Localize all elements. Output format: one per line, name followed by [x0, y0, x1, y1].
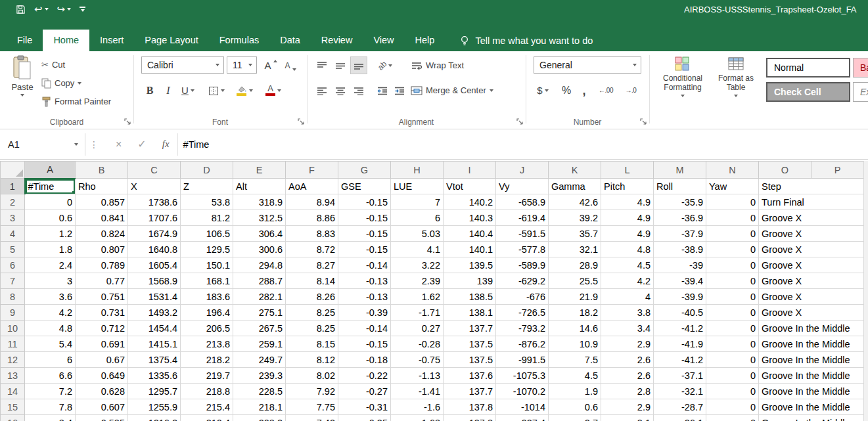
cell-B8[interactable]: 0.751 [76, 289, 128, 305]
cell-C1[interactable]: X [128, 179, 181, 194]
cell-B3[interactable]: 0.841 [76, 210, 128, 226]
cell-G8[interactable]: -0.13 [338, 289, 391, 305]
row-header-11[interactable]: 11 [1, 336, 25, 352]
cell-M4[interactable]: -37.9 [654, 226, 706, 242]
alignment-dialog-launcher[interactable] [516, 118, 524, 125]
cell-P2[interactable] [811, 194, 864, 210]
cell-J1[interactable]: Vy [496, 179, 549, 194]
cell-L7[interactable]: 4.2 [601, 273, 654, 289]
cell-B13[interactable]: 0.649 [76, 368, 128, 384]
name-box-dropdown-icon[interactable] [74, 143, 78, 146]
cell-N5[interactable]: 0 [706, 242, 759, 257]
cell-J9[interactable]: -726.5 [496, 305, 549, 321]
tab-review[interactable]: Review [311, 30, 363, 51]
column-header-O[interactable]: O [759, 162, 811, 179]
cell-B7[interactable]: 0.77 [76, 273, 128, 289]
cell-G2[interactable]: -0.15 [338, 194, 391, 210]
cell-I13[interactable]: 137.6 [444, 368, 496, 384]
column-header-M[interactable]: M [654, 162, 706, 179]
cell-O1[interactable]: Step [759, 179, 811, 194]
italic-button[interactable]: I [160, 81, 177, 99]
cell-N4[interactable]: 0 [706, 226, 759, 242]
select-all-button[interactable] [1, 162, 25, 179]
column-header-A[interactable]: A [25, 162, 76, 179]
cell-A7[interactable]: 3 [25, 273, 76, 289]
row-header-5[interactable]: 5 [1, 242, 25, 257]
cell-N15[interactable]: 0 [706, 399, 759, 415]
cell-A16[interactable]: 8.4 [25, 415, 76, 421]
tab-formulas[interactable]: Formulas [209, 30, 269, 51]
cell-G15[interactable]: -0.31 [338, 399, 391, 415]
cell-F12[interactable]: 8.12 [286, 352, 338, 368]
cell-C8[interactable]: 1531.4 [128, 289, 181, 305]
increase-indent-button[interactable] [391, 81, 408, 99]
cell-N3[interactable]: 0 [706, 210, 759, 226]
row-header-12[interactable]: 12 [1, 352, 25, 368]
paste-button[interactable]: Paste [5, 55, 39, 97]
cell-J11[interactable]: -876.2 [496, 336, 549, 352]
percent-style-button[interactable]: % [559, 81, 574, 99]
cell-O12[interactable]: Groove In the Middle [759, 352, 811, 368]
cell-J16[interactable]: -927.4 [496, 415, 549, 421]
cell-I11[interactable]: 137.5 [444, 336, 496, 352]
cell-H7[interactable]: 2.39 [391, 273, 444, 289]
align-right-button[interactable] [350, 81, 367, 99]
cell-E10[interactable]: 267.5 [233, 321, 286, 336]
row-header-9[interactable]: 9 [1, 305, 25, 321]
cell-F5[interactable]: 8.72 [286, 242, 338, 257]
clipboard-dialog-launcher[interactable] [124, 118, 131, 125]
cell-P7[interactable] [811, 273, 864, 289]
cell-K15[interactable]: 0.6 [549, 399, 601, 415]
column-header-C[interactable]: C [128, 162, 181, 179]
cell-B14[interactable]: 0.628 [76, 384, 128, 399]
cell-C12[interactable]: 1375.4 [128, 352, 181, 368]
cell-G1[interactable]: GSE [338, 179, 391, 194]
cell-L13[interactable]: 2.6 [601, 368, 654, 384]
cell-style-bad[interactable]: Ba [853, 58, 868, 78]
cell-F11[interactable]: 8.15 [286, 336, 338, 352]
cell-P5[interactable] [811, 242, 864, 257]
cell-O14[interactable]: Groove In the Middle [759, 384, 811, 399]
cell-H16[interactable]: -1.68 [391, 415, 444, 421]
cell-A12[interactable]: 6 [25, 352, 76, 368]
cell-I10[interactable]: 137.7 [444, 321, 496, 336]
cell-L2[interactable]: 4.9 [601, 194, 654, 210]
cell-K10[interactable]: 14.6 [549, 321, 601, 336]
cell-A1[interactable]: #Time [25, 179, 76, 194]
cell-E15[interactable]: 218.1 [233, 399, 286, 415]
cell-P1[interactable] [811, 179, 864, 194]
cell-I16[interactable]: 137.8 [444, 415, 496, 421]
orientation-button[interactable]: ab [374, 56, 396, 74]
font-name-select[interactable]: Calibri [141, 56, 224, 74]
cell-L8[interactable]: 4 [601, 289, 654, 305]
column-header-D[interactable]: D [181, 162, 233, 179]
cell-L5[interactable]: 4.8 [601, 242, 654, 257]
cell-style-explanatory[interactable]: Ex [853, 82, 868, 102]
cell-L12[interactable]: 2.6 [601, 352, 654, 368]
cell-G11[interactable]: -0.15 [338, 336, 391, 352]
column-header-F[interactable]: F [286, 162, 338, 179]
cell-M7[interactable]: -39.4 [654, 273, 706, 289]
cell-E4[interactable]: 306.4 [233, 226, 286, 242]
cell-K4[interactable]: 35.7 [549, 226, 601, 242]
cell-J7[interactable]: -629.2 [496, 273, 549, 289]
cell-E7[interactable]: 288.7 [233, 273, 286, 289]
name-box[interactable]: A1 [0, 133, 85, 156]
conditional-formatting-button[interactable]: Conditional Formatting [656, 55, 710, 97]
cell-M5[interactable]: -38.9 [654, 242, 706, 257]
tab-page-layout[interactable]: Page Layout [134, 30, 208, 51]
cell-O11[interactable]: Groove In the Middle [759, 336, 811, 352]
cell-I1[interactable]: Vtot [444, 179, 496, 194]
cell-H4[interactable]: 5.03 [391, 226, 444, 242]
cell-L11[interactable]: 2.9 [601, 336, 654, 352]
font-dialog-launcher[interactable] [298, 118, 305, 125]
cell-F15[interactable]: 7.75 [286, 399, 338, 415]
cell-A2[interactable]: 0 [25, 194, 76, 210]
cell-C11[interactable]: 1415.1 [128, 336, 181, 352]
cell-H5[interactable]: 4.1 [391, 242, 444, 257]
cell-G9[interactable]: -0.39 [338, 305, 391, 321]
cell-A9[interactable]: 4.2 [25, 305, 76, 321]
cell-N6[interactable]: 0 [706, 257, 759, 273]
cell-L6[interactable]: 4.5 [601, 257, 654, 273]
column-header-P[interactable]: P [811, 162, 864, 179]
